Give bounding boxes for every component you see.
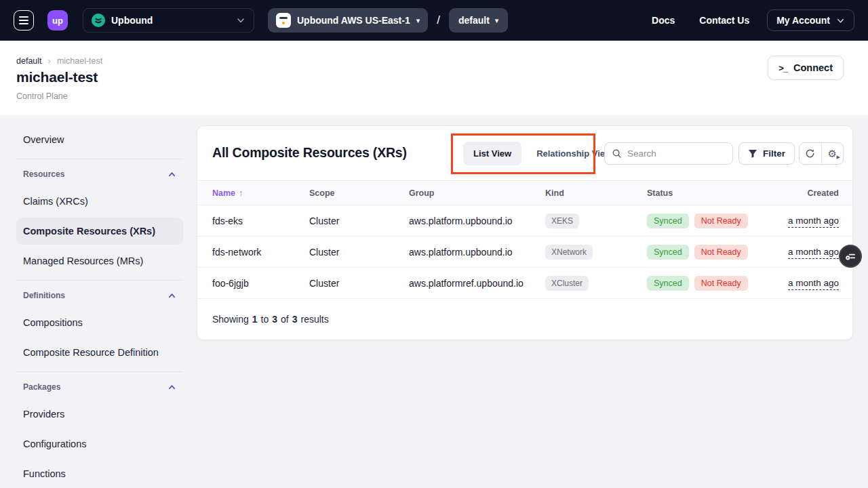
kind-badge: XEKS [545,214,579,228]
upbound-logo[interactable]: up [47,10,68,30]
organization-avatar-icon [92,14,105,27]
hamburger-icon [19,16,28,24]
cell-created: a month ago [788,247,839,257]
path-separator: / [437,14,440,27]
refresh-button-group: ⚙ ▶ [799,142,844,165]
feedback-widget-button[interactable] [839,245,862,268]
filter-label: Filter [763,148,785,159]
connect-button[interactable]: >_ Connect [768,56,844,80]
connect-label: Connect [793,62,833,73]
cell-scope: Cluster [309,247,409,258]
table-row[interactable]: foo-6jgjb Cluster aws.platformref.upboun… [197,268,852,299]
sidebar-section-label: Definitions [23,291,65,300]
status-badge-not-ready: Not Ready [694,245,748,260]
sidebar-item-managed-resources-mrs[interactable]: Managed Resources (MRs) [16,247,183,274]
column-header-created[interactable]: Created [807,188,839,198]
search-icon [612,148,622,159]
control-plane-icon [276,13,291,28]
cell-name[interactable]: fds-eks [212,216,309,226]
filter-button[interactable]: Filter [738,142,795,165]
results-total: 3 [292,314,298,325]
survey-icon [845,251,856,262]
my-account-label: My Account [776,15,830,26]
chevron-up-icon [167,170,176,179]
breadcrumb-item-current: michael-test [57,56,102,66]
table-row[interactable]: fds-eks Cluster aws.platform.upbound.io … [197,205,852,237]
sidebar-section-packages[interactable]: Packages [16,376,183,398]
sidebar-item-composite-resource-definition[interactable]: Composite Resource Definition [16,339,183,366]
status-badge-synced: Synced [647,276,689,291]
cell-scope: Cluster [309,216,409,226]
list-view-tab[interactable]: List View [463,142,521,165]
cell-name[interactable]: foo-6jgjb [212,278,309,289]
card-title: All Composite Resources (XRs) [212,145,407,161]
table-row[interactable]: fds-network Cluster aws.platform.upbound… [197,237,852,268]
my-account-button[interactable]: My Account [767,9,854,31]
column-header-status[interactable]: Status [647,188,783,198]
cell-name[interactable]: fds-network [212,247,309,258]
created-tooltip-text[interactable]: a month ago [788,247,839,259]
cell-created: a month ago [788,278,839,288]
results-start: 1 [252,314,258,325]
auto-refresh-settings-button[interactable]: ⚙ ▶ [821,143,844,164]
sidebar-item-configurations[interactable]: Configurations [16,430,183,458]
sidebar-item-claims-xrcs[interactable]: Claims (XRCs) [16,188,183,215]
sidebar-section-definitions[interactable]: Definitions [16,285,183,306]
status-badge-synced: Synced [647,245,689,260]
status-badge-synced: Synced [647,214,689,228]
composite-resources-card: All Composite Resources (XRs) List View … [197,125,853,340]
status-badge-not-ready: Not Ready [694,276,748,291]
filter-funnel-icon [748,149,757,158]
created-tooltip-text[interactable]: a month ago [788,278,839,290]
nav-link-docs[interactable]: Docs [652,15,675,26]
column-header-scope[interactable]: Scope [309,188,409,198]
status-badge-not-ready: Not Ready [694,214,748,228]
sidebar-item-overview[interactable]: Overview [16,126,183,153]
view-toggle: List View Relationship View [463,126,612,180]
search-input[interactable] [627,148,726,159]
cell-group: aws.platform.upbound.io [409,216,545,226]
kind-badge: XNetwork [545,245,593,260]
play-icon: ▶ [837,155,840,159]
breadcrumb-chevron-icon: › [48,56,51,66]
cell-scope: Cluster [309,278,409,289]
organization-selector[interactable]: Upbound [83,8,254,33]
gear-icon: ⚙ ▶ [828,148,837,159]
relationship-view-tab[interactable]: Relationship View [536,148,612,159]
cell-group: aws.platformref.upbound.io [409,278,545,289]
search-box [604,142,733,165]
column-header-kind[interactable]: Kind [545,188,647,198]
terminal-icon: >_ [778,63,787,73]
group-selector[interactable]: default ▾ [449,8,508,33]
chevron-up-icon [167,291,176,300]
breadcrumb: default › michael-test [16,56,102,66]
card-toolbar: All Composite Resources (XRs) List View … [197,126,852,180]
control-plane-label: Upbound AWS US-East-1 [297,15,410,26]
sidebar-section-label: Resources [23,169,64,179]
sidebar-section-resources[interactable]: Resources [16,163,183,185]
sidebar-section-label: Packages [23,382,60,392]
hamburger-menu-button[interactable] [14,10,34,30]
sidebar-item-functions[interactable]: Functions [16,460,183,487]
sidebar-divider [16,371,183,372]
refresh-button[interactable] [800,143,821,164]
top-navbar: up Upbound Upbound AWS US-East-1 ▾ / def… [0,0,868,41]
page-subtitle: Control Plane [16,92,68,101]
column-header-name[interactable]: Name ↑ [212,188,309,198]
caret-down-icon: ▾ [495,17,499,24]
sidebar-item-composite-resources-xrs[interactable]: Composite Resources (XRs) [16,218,183,245]
nav-link-contact-us[interactable]: Contact Us [699,15,749,26]
cell-status: Synced Not Ready [647,276,783,291]
created-tooltip-text[interactable]: a month ago [788,216,839,228]
sidebar: Overview Resources Claims (XRCs) Composi… [16,126,183,488]
column-header-group[interactable]: Group [409,188,545,198]
sidebar-item-compositions[interactable]: Compositions [16,309,183,336]
control-plane-selector[interactable]: Upbound AWS US-East-1 ▾ [268,8,428,33]
breadcrumb-item-default[interactable]: default [16,56,42,66]
results-summary: Showing 1 to 3 of 3 results [197,299,852,340]
chevron-down-icon [836,16,845,25]
page-title: michael-test [16,69,98,85]
table-header-row: Name ↑ Scope Group Kind Status Created [197,180,852,205]
refresh-icon [805,148,815,159]
sidebar-item-providers[interactable]: Providers [16,401,183,428]
